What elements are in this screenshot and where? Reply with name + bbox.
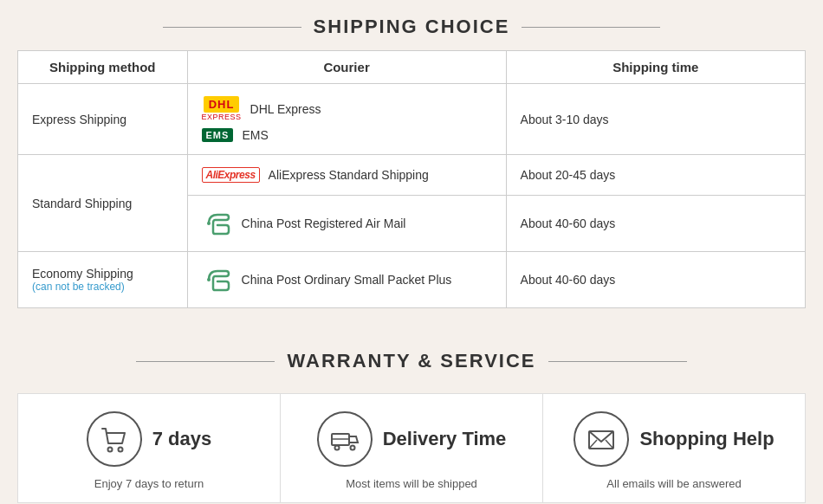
warranty-title-text: WARRANTY & SERVICE — [287, 350, 535, 372]
economy-time-cell: About 40-60 days — [506, 252, 805, 308]
returns-label: 7 days — [152, 428, 212, 450]
dhl-logo-wrap: DHL EXPRESS — [202, 96, 242, 121]
shipping-table-wrap: Shipping method Courier Shipping time Ex… — [0, 50, 823, 326]
courier-ems-row: EMS EMS — [202, 125, 492, 145]
table-row-economy: Economy Shipping (can not be tracked) Ch… — [18, 252, 806, 308]
warranty-icon-row-returns: 7 days — [87, 411, 212, 467]
svg-point-8 — [334, 446, 339, 450]
warranty-line-left — [136, 361, 275, 362]
aliexpress-label: AliExpress Standard Shipping — [269, 168, 429, 182]
dhl-label: DHL Express — [250, 102, 321, 116]
warranty-box-delivery: Delivery Time Most items will be shipped — [281, 394, 543, 502]
standard-method-label: Standard Shipping — [32, 197, 132, 210]
express-courier-cell: DHL EXPRESS DHL Express EMS EMS — [187, 84, 506, 155]
warranty-box-returns: 7 days Enjoy 7 days to return — [18, 394, 281, 502]
ems-logo: EMS — [202, 128, 234, 142]
title-line-left — [163, 27, 301, 28]
warranty-box-help: Shopping Help All emails will be answere… — [543, 394, 805, 502]
svg-point-1 — [207, 222, 211, 225]
courier-economy-row: China Post Ordinary Small Packet Plus — [202, 261, 492, 299]
china-post-icon — [202, 208, 233, 239]
dhl-logo: DHL — [204, 96, 240, 113]
svg-point-3 — [207, 278, 211, 281]
table-row-standard-ali: Standard Shipping AliExpress AliExpress … — [18, 155, 806, 196]
col-header-method: Shipping method — [18, 51, 188, 84]
truck-svg — [330, 424, 360, 454]
help-desc: All emails will be answered — [606, 477, 741, 490]
standard-time-chinapost: About 40-60 days — [506, 196, 805, 252]
help-label: Shopping Help — [639, 428, 774, 450]
aliexpress-logo: AliExpress — [202, 167, 260, 183]
cart-svg — [100, 424, 129, 454]
warranty-boxes: 7 days Enjoy 7 days to return Delivery T… — [17, 393, 806, 503]
economy-method-label: Economy Shipping — [32, 267, 133, 281]
ems-label: EMS — [242, 128, 268, 142]
express-method-cell: Express Shipping — [18, 84, 188, 155]
shipping-table: Shipping method Courier Shipping time Ex… — [17, 50, 806, 308]
aliexpress-courier-cell: AliExpress AliExpress Standard Shipping — [187, 155, 506, 196]
warranty-section: WARRANTY & SERVICE 7 days Enjoy 7 days t… — [0, 326, 823, 504]
courier-aliexpress-row: AliExpress AliExpress Standard Shipping — [202, 164, 492, 186]
col-header-time: Shipping time — [506, 51, 805, 84]
table-row-express: Express Shipping DHL EXPRESS DHL Express… — [18, 84, 806, 155]
mail-icon — [574, 411, 629, 467]
standard-method-cell: Standard Shipping — [18, 155, 188, 252]
delivery-desc: Most items will be shipped — [346, 477, 477, 490]
economy-method-cell: Economy Shipping (can not be tracked) — [18, 252, 188, 308]
title-line-right — [522, 27, 660, 28]
economy-note: (can not be tracked) — [32, 281, 173, 293]
svg-point-4 — [107, 448, 112, 452]
standard-time-ali: About 20-45 days — [506, 155, 805, 196]
shipping-choice-title: SHIPPING CHOICE — [0, 0, 823, 50]
svg-point-9 — [350, 446, 354, 450]
economy-courier-label: China Post Ordinary Small Packet Plus — [242, 273, 452, 287]
courier-chinapost-row: China Post Registered Air Mail — [202, 204, 492, 242]
warranty-icon-row-delivery: Delivery Time — [317, 411, 507, 467]
china-post-economy-icon — [202, 264, 233, 295]
courier-dhl-row: DHL EXPRESS DHL Express — [202, 93, 492, 125]
table-header-row: Shipping method Courier Shipping time — [18, 51, 806, 84]
shipping-title-text: SHIPPING CHOICE — [314, 16, 510, 38]
col-header-courier: Courier — [187, 51, 506, 84]
warranty-icon-row-help: Shopping Help — [574, 411, 774, 467]
chinapost-courier-cell: China Post Registered Air Mail — [187, 196, 506, 252]
express-time-cell: About 3-10 days — [506, 84, 805, 155]
warranty-line-right — [548, 361, 687, 362]
svg-line-12 — [589, 440, 597, 449]
svg-marker-7 — [349, 436, 358, 443]
mail-svg — [586, 424, 616, 454]
economy-courier-cell: China Post Ordinary Small Packet Plus — [187, 252, 506, 308]
warranty-title-wrap: WARRANTY & SERVICE — [17, 334, 806, 384]
svg-point-5 — [118, 448, 122, 452]
returns-desc: Enjoy 7 days to return — [94, 477, 204, 490]
svg-line-13 — [606, 440, 613, 449]
cart-icon — [87, 411, 142, 467]
delivery-label: Delivery Time — [383, 428, 507, 450]
truck-icon — [317, 411, 373, 467]
chinapost-label: China Post Registered Air Mail — [242, 216, 406, 230]
dhl-sub: EXPRESS — [202, 113, 242, 121]
